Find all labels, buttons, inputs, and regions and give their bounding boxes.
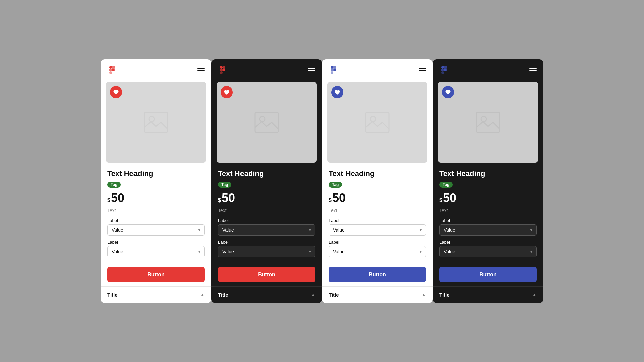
product-tag: Tag (439, 182, 453, 188)
price-row: $ 50 (329, 191, 426, 205)
select-wrapper-1: Value ▼ (329, 224, 426, 236)
product-card-4: Text Heading Tag $ 50 Text Label Value ▼… (433, 59, 543, 303)
field-label-1: Label (218, 218, 315, 223)
svg-rect-3 (112, 69, 115, 71)
menu-icon[interactable] (197, 68, 205, 73)
svg-rect-11 (220, 71, 223, 74)
svg-rect-8 (220, 69, 223, 71)
svg-rect-10 (223, 69, 225, 71)
field-label-2: Label (439, 240, 537, 245)
favorite-button[interactable] (331, 86, 343, 98)
product-tag: Tag (218, 182, 231, 188)
chevron-up-icon: ▲ (532, 292, 537, 297)
dropdown-2[interactable]: Value (107, 246, 205, 257)
card-footer: Title ▲ (101, 286, 211, 303)
card-footer: Title ▲ (322, 286, 433, 303)
svg-rect-14 (331, 66, 333, 69)
price-value: 50 (222, 191, 235, 205)
svg-rect-24 (444, 69, 447, 71)
product-card-2: Text Heading Tag $ 50 Text Label Value ▼… (211, 59, 322, 303)
product-tag: Tag (329, 182, 342, 188)
svg-rect-7 (220, 66, 223, 69)
svg-rect-15 (331, 69, 333, 71)
chevron-up-icon: ▲ (311, 292, 315, 297)
svg-rect-22 (441, 69, 444, 71)
main-button[interactable]: Button (329, 267, 426, 282)
svg-rect-4 (109, 71, 112, 74)
chevron-up-icon: ▲ (421, 292, 426, 297)
menu-icon[interactable] (529, 68, 537, 73)
svg-rect-25 (441, 71, 444, 74)
select-wrapper-1: Value ▼ (107, 224, 205, 236)
price-row: $ 50 (107, 191, 205, 205)
favorite-button[interactable] (442, 86, 454, 98)
product-image (327, 82, 427, 163)
price-value: 50 (111, 191, 124, 205)
field-group-1: Label Value ▼ (329, 218, 426, 236)
logo-icon (218, 65, 229, 77)
card-body: Text Heading Tag $ 50 Text Label Value ▼… (322, 163, 433, 282)
svg-point-6 (149, 116, 154, 122)
svg-rect-19 (366, 112, 389, 132)
field-group-2: Label Value ▼ (329, 240, 426, 257)
product-image (217, 82, 317, 163)
dropdown-1[interactable]: Value (218, 224, 315, 236)
svg-rect-23 (444, 66, 447, 69)
product-tag: Tag (107, 182, 121, 188)
dropdown-1[interactable]: Value (439, 224, 537, 236)
product-image (438, 82, 538, 163)
price-value: 50 (443, 191, 457, 205)
product-heading: Text Heading (218, 169, 315, 178)
dropdown-2[interactable]: Value (329, 246, 426, 257)
product-text: Text (107, 208, 205, 213)
logo-icon (107, 65, 118, 77)
menu-icon[interactable] (308, 68, 315, 73)
price-symbol: $ (107, 197, 110, 203)
svg-rect-18 (331, 71, 333, 74)
chevron-up-icon: ▲ (200, 292, 205, 297)
favorite-button[interactable] (221, 86, 233, 98)
card-header (322, 59, 433, 82)
price-row: $ 50 (439, 191, 537, 205)
footer-title: Title (439, 292, 450, 298)
svg-rect-2 (112, 66, 115, 69)
card-footer: Title ▲ (211, 286, 322, 303)
card-header (211, 59, 322, 82)
svg-rect-0 (109, 66, 112, 69)
logo-icon (329, 65, 339, 77)
product-heading: Text Heading (439, 169, 537, 178)
card-body: Text Heading Tag $ 50 Text Label Value ▼… (101, 163, 211, 282)
field-label-2: Label (329, 240, 426, 245)
footer-title: Title (329, 292, 339, 298)
dropdown-2[interactable]: Value (439, 246, 537, 257)
main-button[interactable]: Button (439, 267, 537, 282)
product-text: Text (218, 208, 315, 213)
card-header (433, 59, 543, 82)
menu-icon[interactable] (419, 68, 426, 73)
svg-rect-12 (255, 112, 278, 132)
dropdown-1[interactable]: Value (107, 224, 205, 236)
main-button[interactable]: Button (107, 267, 205, 282)
select-wrapper-2: Value ▼ (218, 246, 315, 257)
product-text: Text (329, 208, 426, 213)
svg-rect-21 (441, 66, 444, 69)
select-wrapper-1: Value ▼ (218, 224, 315, 236)
product-card-3: Text Heading Tag $ 50 Text Label Value ▼… (322, 59, 433, 303)
dropdown-2[interactable]: Value (218, 246, 315, 257)
svg-rect-26 (476, 112, 500, 132)
price-value: 50 (332, 191, 346, 205)
product-card-1: Text Heading Tag $ 50 Text Label Value ▼… (101, 59, 211, 303)
svg-rect-5 (144, 112, 168, 132)
svg-rect-9 (223, 66, 225, 69)
main-button[interactable]: Button (218, 267, 315, 282)
svg-rect-16 (333, 66, 336, 69)
field-group-1: Label Value ▼ (439, 218, 537, 236)
product-image (106, 82, 206, 163)
favorite-button[interactable] (110, 86, 122, 98)
select-wrapper-2: Value ▼ (107, 246, 205, 257)
field-label-1: Label (107, 218, 205, 223)
field-group-2: Label Value ▼ (218, 240, 315, 257)
field-label-1: Label (329, 218, 426, 223)
dropdown-1[interactable]: Value (329, 224, 426, 236)
svg-point-27 (481, 116, 486, 122)
